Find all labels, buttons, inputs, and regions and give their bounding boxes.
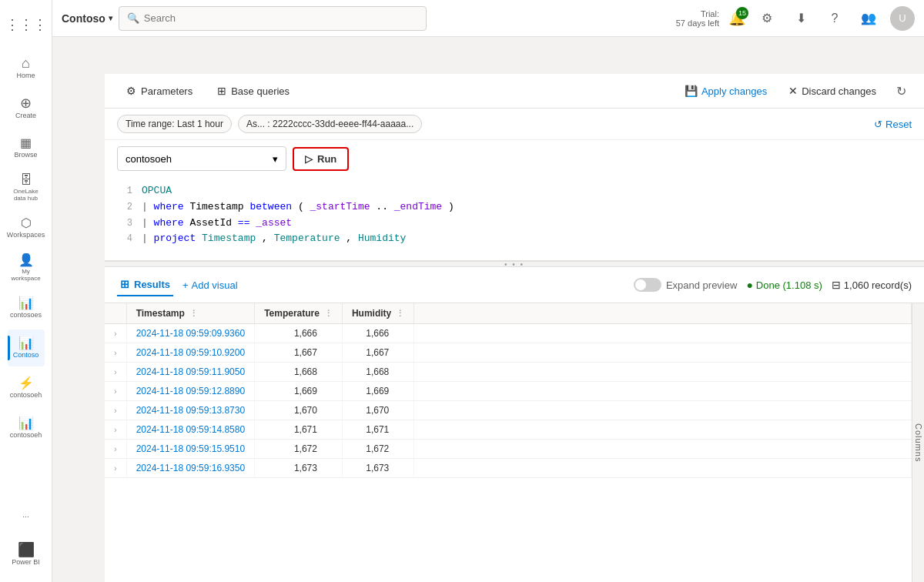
humidity-col-header[interactable]: Humidity ⋮: [342, 303, 413, 324]
row-timestamp-4: 2024-11-18 09:59:13.8730: [126, 401, 254, 420]
filter-bar: Time range: Last 1 hour As... : 2222cccc…: [105, 109, 924, 140]
parameters-tab[interactable]: ⚙ Parameters: [117, 80, 202, 102]
row-expand-3[interactable]: ›: [105, 382, 126, 401]
nav-browse[interactable]: ▦ Browse: [8, 129, 45, 166]
table-row[interactable]: › 2024-11-18 09:59:10.9200 1,667 1,667: [105, 343, 912, 363]
records-badge: ⊟ 1,060 record(s): [832, 279, 912, 291]
share-button[interactable]: 👥: [856, 6, 881, 31]
row-humidity-3: 1,669: [342, 382, 413, 401]
discard-changes-button[interactable]: ✕ Discard changes: [781, 81, 884, 101]
code-line-2: 2 | where Timestamp between ( _startTime…: [117, 199, 912, 216]
results-tab[interactable]: ⊞ Results: [117, 273, 173, 296]
table-area: Timestamp ⋮ Temperature ⋮: [105, 303, 924, 582]
nav-myworkspace[interactable]: 👤 My workspace: [8, 249, 45, 286]
table-row[interactable]: › 2024-11-18 09:59:14.8580 1,671 1,671: [105, 420, 912, 440]
results-tbody: › 2024-11-18 09:59:09.9360 1,666 1,666 ›…: [105, 324, 912, 478]
row-timestamp-7: 2024-11-18 09:59:16.9350: [126, 459, 254, 478]
top-bar: Contoso ▾ 🔍 Trial: 57 days left 🔔 15 ⚙ ⬇…: [52, 0, 924, 37]
settings-button[interactable]: ⚙: [755, 6, 779, 31]
apply-changes-button[interactable]: 💾 Apply changes: [677, 81, 775, 101]
nav-contosoeh2[interactable]: 📊 contosoeh: [8, 410, 45, 447]
run-icon: ▷: [305, 153, 313, 165]
code-line-1: 1 OPCUA: [117, 183, 912, 199]
nav-contoso-active-wrapper: 📊 Contoso: [8, 329, 45, 366]
table-row[interactable]: › 2024-11-18 09:59:09.9360 1,666 1,666: [105, 324, 912, 343]
code-editor[interactable]: 1 OPCUA 2 | where Timestamp between ( _s…: [117, 177, 912, 254]
add-icon: +: [182, 279, 189, 291]
table-row[interactable]: › 2024-11-18 09:59:13.8730 1,670 1,670: [105, 401, 912, 420]
asset-filter[interactable]: As... : 2222cccc-33dd-eeee-ff44-aaaaa...: [238, 115, 422, 133]
nav-onelake-wrapper: 🗄 OneLake data hub: [8, 169, 45, 206]
temperature-col-menu[interactable]: ⋮: [324, 309, 333, 319]
resize-handle[interactable]: • • •: [105, 261, 924, 267]
workspace-label[interactable]: Contoso ▾: [62, 12, 112, 25]
code-line-3: 3 | where AssetId == _asset: [117, 216, 912, 232]
download-button[interactable]: ⬇: [788, 6, 813, 31]
row-humidity-5: 1,671: [342, 420, 413, 440]
row-temperature-6: 1,672: [255, 440, 343, 459]
notifications-button[interactable]: 🔔 15: [728, 10, 745, 27]
help-button[interactable]: ?: [822, 6, 847, 31]
nav-onelake[interactable]: 🗄 OneLake data hub: [8, 169, 45, 206]
search-box[interactable]: 🔍: [119, 6, 427, 31]
row-humidity-0: 1,666: [342, 324, 413, 343]
left-nav: ⋮⋮⋮ ⌂ Home ⊕ Create ▦ Browse 🗄 OneLake d…: [0, 0, 52, 582]
parameters-icon: ⚙: [126, 85, 136, 97]
row-temperature-2: 1,668: [255, 363, 343, 382]
row-expand-0[interactable]: ›: [105, 324, 126, 343]
editor-toolbar: ⚙ Parameters ⊞ Base queries 💾 Apply chan…: [105, 74, 924, 109]
row-temperature-1: 1,667: [255, 343, 343, 363]
run-button[interactable]: ▷ Run: [293, 147, 349, 171]
time-range-filter[interactable]: Time range: Last 1 hour: [117, 115, 232, 133]
avatar[interactable]: U: [890, 6, 915, 31]
row-expand-2[interactable]: ›: [105, 363, 126, 382]
nav-create[interactable]: ⊕ Create: [8, 89, 45, 126]
add-visual-button[interactable]: + Add visual: [182, 279, 238, 291]
results-table-wrapper[interactable]: Timestamp ⋮ Temperature ⋮: [105, 303, 912, 582]
row-temperature-3: 1,669: [255, 382, 343, 401]
row-expand-4[interactable]: ›: [105, 401, 126, 420]
row-timestamp-0: 2024-11-18 09:59:09.9360: [126, 324, 254, 343]
table-icon: ⊞: [120, 278, 129, 290]
base-queries-icon: ⊞: [217, 85, 226, 97]
app-grid-icon[interactable]: ⋮⋮⋮: [8, 6, 45, 43]
row-expand-5[interactable]: ›: [105, 420, 126, 440]
database-selector[interactable]: contosoeh ▾: [117, 146, 286, 171]
timestamp-col-header[interactable]: Timestamp ⋮: [126, 303, 254, 324]
reset-button[interactable]: ↺ Reset: [874, 119, 912, 130]
nav-contosoes[interactable]: 📊 contosoes: [8, 289, 45, 326]
refresh-button[interactable]: ↻: [890, 80, 912, 102]
nav-workspaces[interactable]: ⬡ Workspaces: [8, 209, 45, 246]
nav-contoso-active[interactable]: 📊 Contoso: [8, 329, 45, 366]
nav-more[interactable]: ...: [8, 496, 45, 533]
table-row[interactable]: › 2024-11-18 09:59:11.9050 1,668 1,668: [105, 363, 912, 382]
reset-icon: ↺: [874, 119, 882, 130]
row-expand-6[interactable]: ›: [105, 440, 126, 459]
row-humidity-4: 1,670: [342, 401, 413, 420]
nav-home[interactable]: ⌂ Home: [8, 49, 45, 86]
temperature-col-header[interactable]: Temperature ⋮: [255, 303, 343, 324]
nav-create-wrapper: ⊕ Create: [8, 89, 45, 126]
nav-powerbi[interactable]: ⬛ Power BI: [8, 536, 45, 573]
nav-myworkspace-wrapper: 👤 My workspace: [8, 249, 45, 286]
columns-sidebar[interactable]: Columns: [912, 303, 924, 582]
table-row[interactable]: › 2024-11-18 09:59:15.9510 1,672 1,672: [105, 440, 912, 459]
table-row[interactable]: › 2024-11-18 09:59:16.9350 1,673 1,673: [105, 459, 912, 478]
done-icon: ●: [746, 279, 752, 291]
row-temperature-7: 1,673: [255, 459, 343, 478]
nav-contosoeh[interactable]: ⚡ contosoeh: [8, 370, 45, 406]
top-right-area: Trial: 57 days left 🔔 15 ⚙ ⬇ ? 👥 U: [676, 6, 915, 31]
expand-toggle-switch[interactable]: [634, 278, 661, 292]
search-input[interactable]: [144, 12, 418, 24]
nav-home-wrapper: ⌂ Home: [8, 49, 45, 86]
humidity-col-menu[interactable]: ⋮: [396, 309, 404, 319]
timestamp-col-menu[interactable]: ⋮: [189, 309, 198, 319]
row-expand-7[interactable]: ›: [105, 459, 126, 478]
table-row[interactable]: › 2024-11-18 09:59:12.8890 1,669 1,669: [105, 382, 912, 401]
row-humidity-7: 1,673: [342, 459, 413, 478]
main-area: ⚙ Parameters ⊞ Base queries 💾 Apply chan…: [105, 74, 924, 582]
base-queries-tab[interactable]: ⊞ Base queries: [208, 80, 299, 102]
row-expand-1[interactable]: ›: [105, 343, 126, 363]
nav-contosoes-wrapper: 📊 contosoes: [8, 289, 45, 326]
results-right: Expand preview ● Done (1.108 s) ⊟ 1,060 …: [634, 278, 912, 292]
